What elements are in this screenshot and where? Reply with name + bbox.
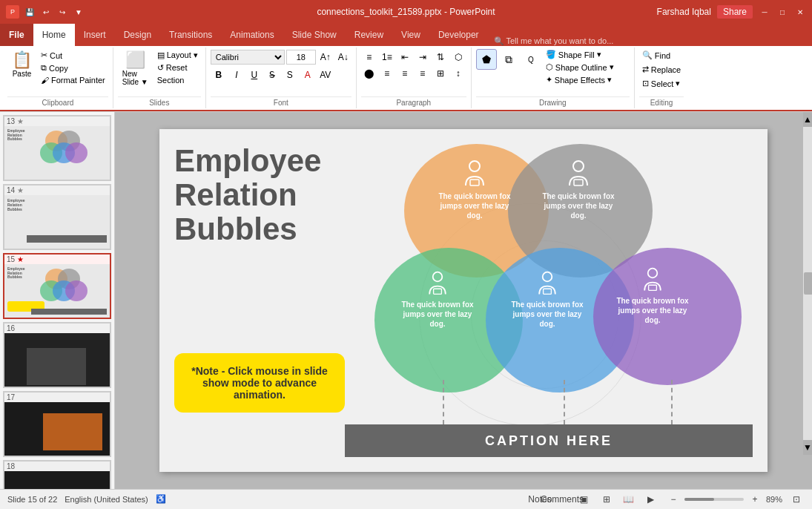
status-right: Notes Comments ▣ ⊞ 📖 ▶ − + 89% ⊡ bbox=[532, 491, 805, 508]
indent-decrease-button[interactable]: ⇤ bbox=[397, 49, 413, 65]
copy-button[interactable]: ⧉ Copy bbox=[38, 62, 108, 74]
para-row-1: ≡ 1≡ ⇤ ⇥ ⇅ ⬡ bbox=[361, 49, 466, 65]
align-right-button[interactable]: ≡ bbox=[397, 65, 413, 82]
tab-developer[interactable]: Developer bbox=[429, 24, 488, 46]
align-left-button[interactable]: ⬤ bbox=[361, 65, 377, 82]
tab-insert[interactable]: Insert bbox=[75, 24, 115, 46]
slides-group: ⬜ NewSlide ▼ ▤ Layout ▾ ↺ Reset Section … bbox=[113, 47, 206, 108]
undo-quick-btn[interactable]: ↩ bbox=[40, 6, 52, 18]
drawing-group: ⬟ ⧉ Q 🪣 Shape Fill ▾ ⬡ Shape Outline ▾ ✦… bbox=[472, 47, 635, 108]
zoom-slider[interactable] bbox=[684, 498, 744, 501]
save-quick-btn[interactable]: 💾 bbox=[24, 6, 36, 18]
slideshow-btn[interactable]: ▶ bbox=[643, 491, 659, 508]
char-spacing-button[interactable]: AV bbox=[317, 67, 334, 83]
indent-increase-button[interactable]: ⇥ bbox=[415, 49, 431, 65]
text-direction-button[interactable]: ⇅ bbox=[432, 49, 449, 65]
tab-slideshow[interactable]: Slide Show bbox=[283, 24, 346, 46]
tab-transitions[interactable]: Transitions bbox=[160, 24, 221, 46]
tab-animations[interactable]: Animations bbox=[221, 24, 283, 46]
editing-group: 🔍 Find ⇄ Replace ⊡ Select ▾ Editing bbox=[635, 47, 688, 108]
slide-number-17: 17 bbox=[7, 393, 15, 401]
slide-sorter-btn[interactable]: ⊞ bbox=[598, 491, 615, 508]
italic-button[interactable]: I bbox=[228, 67, 245, 83]
slide-thumb-15[interactable]: 15 ★ EmployeeRelationBubbles bbox=[3, 253, 111, 319]
dashed-line-3 bbox=[671, 380, 673, 424]
zoom-in-btn[interactable]: + bbox=[747, 491, 763, 508]
vertical-scrollbar[interactable]: ▲ ▼ bbox=[803, 112, 812, 455]
cut-button[interactable]: ✂ Cut bbox=[38, 49, 108, 62]
fit-slide-btn[interactable]: ⊡ bbox=[788, 491, 805, 508]
ribbon: Home File Insert Design Transitions Anim… bbox=[0, 24, 812, 112]
bubble-content-green: The quick brown fox jumps over the lazy … bbox=[397, 270, 478, 329]
font-size-input[interactable] bbox=[286, 50, 316, 65]
select-button[interactable]: ⊡ Select ▾ bbox=[639, 77, 684, 90]
share-btn[interactable]: Share bbox=[717, 5, 753, 19]
tab-design[interactable]: Design bbox=[115, 24, 160, 46]
columns-button[interactable]: ⊞ bbox=[432, 65, 449, 82]
minimize-btn[interactable]: ─ bbox=[759, 6, 770, 18]
scroll-down-btn[interactable]: ▼ bbox=[803, 440, 812, 455]
find-button[interactable]: 🔍 Find bbox=[639, 49, 684, 62]
slide-thumb-13[interactable]: 13 ★ EmployeeRelationBubbles bbox=[3, 115, 111, 181]
shapes-button[interactable]: ⬟ bbox=[476, 49, 497, 70]
strikethrough-button[interactable]: S̶ bbox=[264, 67, 280, 83]
normal-view-btn[interactable]: ▣ bbox=[576, 491, 593, 508]
tab-file[interactable]: File bbox=[0, 24, 33, 46]
underline-button[interactable]: U bbox=[246, 67, 263, 83]
zoom-percent: 89% bbox=[766, 495, 782, 504]
quick-styles-button[interactable]: Q bbox=[521, 49, 541, 70]
arrange-button[interactable]: ⧉ bbox=[498, 49, 519, 70]
paragraph-content: ≡ 1≡ ⇤ ⇥ ⇅ ⬡ ⬤ ≡ ≡ ≡ ⊞ ↕ bbox=[361, 49, 466, 96]
convert-to-smartart-button[interactable]: ⬡ bbox=[450, 49, 466, 65]
bubble-text-gray: The quick brown fox jumps over the lazy … bbox=[538, 191, 619, 220]
bold-button[interactable]: B bbox=[211, 67, 227, 83]
bubble-text-green: The quick brown fox jumps over the lazy … bbox=[397, 300, 478, 329]
slide-thumb-18[interactable]: 18 bbox=[3, 460, 111, 489]
zoom-control: − + 89% bbox=[665, 491, 782, 508]
numbering-button[interactable]: 1≡ bbox=[379, 49, 395, 65]
person-icon-purple bbox=[639, 266, 666, 293]
shape-outline-button[interactable]: ⬡ Shape Outline ▾ bbox=[543, 62, 617, 73]
customize-quick-btn[interactable]: ▼ bbox=[73, 6, 85, 18]
svg-point-8 bbox=[648, 269, 658, 278]
reading-view-btn[interactable]: 📖 bbox=[621, 491, 637, 508]
justify-button[interactable]: ≡ bbox=[415, 65, 431, 82]
shadow-button[interactable]: S bbox=[282, 67, 298, 83]
reset-button[interactable]: ↺ Reset bbox=[154, 62, 201, 74]
bullets-button[interactable]: ≡ bbox=[361, 49, 377, 65]
paste-button[interactable]: 📋 Paste bbox=[7, 49, 36, 81]
slide-canvas[interactable]: Employee Relation Bubbles The quic bbox=[159, 129, 768, 472]
section-button[interactable]: Section bbox=[154, 74, 201, 86]
bubble-text-orange: The quick brown fox jumps over the lazy … bbox=[434, 191, 515, 220]
font-size-up-btn[interactable]: A↑ bbox=[317, 49, 334, 65]
title-bar: P 💾 ↩ ↪ ▼ connections_toolkit_21589.pptx… bbox=[0, 0, 812, 24]
font-size-down-btn[interactable]: A↓ bbox=[335, 49, 351, 65]
clipboard-group: 📋 Paste ✂ Cut ⧉ Copy 🖌 Format Painter Cl… bbox=[3, 47, 113, 108]
scroll-up-btn[interactable]: ▲ bbox=[803, 112, 812, 127]
caption-bar[interactable]: CAPTION HERE bbox=[345, 424, 753, 457]
font-family-select[interactable]: Calibri bbox=[211, 50, 285, 65]
tab-home[interactable]: Home bbox=[33, 24, 75, 46]
close-btn[interactable]: ✕ bbox=[794, 6, 806, 18]
shape-effects-button[interactable]: ✦ Shape Effects ▾ bbox=[543, 74, 617, 85]
font-group: Calibri A↑ A↓ B I U S̶ S A AV bbox=[206, 47, 357, 108]
line-spacing-button[interactable]: ↕ bbox=[450, 65, 466, 82]
replace-button[interactable]: ⇄ Replace bbox=[639, 63, 684, 76]
redo-quick-btn[interactable]: ↪ bbox=[56, 6, 68, 18]
slide-thumb-17[interactable]: 17 bbox=[3, 391, 111, 457]
layout-button[interactable]: ▤ Layout ▾ bbox=[154, 49, 201, 62]
zoom-out-btn[interactable]: − bbox=[665, 491, 681, 508]
tab-view[interactable]: View bbox=[392, 24, 429, 46]
slide-number-14: 14 bbox=[7, 186, 15, 194]
new-slide-button[interactable]: ⬜ NewSlide ▼ bbox=[118, 49, 153, 89]
shape-fill-button[interactable]: 🪣 Shape Fill ▾ bbox=[543, 49, 617, 60]
scroll-thumb[interactable] bbox=[804, 272, 812, 295]
format-painter-button[interactable]: 🖌 Format Painter bbox=[38, 74, 108, 86]
maximize-btn[interactable]: □ bbox=[776, 6, 788, 18]
align-center-button[interactable]: ≡ bbox=[379, 65, 395, 82]
comments-button[interactable]: Comments bbox=[554, 491, 570, 508]
tab-review[interactable]: Review bbox=[346, 24, 392, 46]
font-color-button[interactable]: A bbox=[300, 67, 316, 83]
slide-thumb-16[interactable]: 16 bbox=[3, 322, 111, 388]
slide-thumb-14[interactable]: 14 ★ EmployeeRelationBubbles bbox=[3, 184, 111, 250]
